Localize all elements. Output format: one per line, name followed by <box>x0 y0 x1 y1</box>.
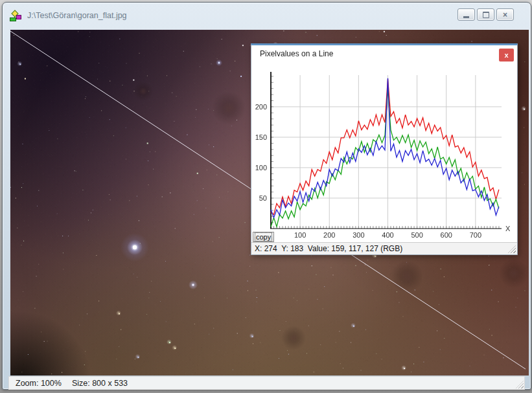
svg-text:400: 400 <box>382 231 393 239</box>
svg-text:X: X <box>505 225 511 232</box>
title-bar: J:\Test\Göran\goran_flat.jpg <box>3 3 531 28</box>
svg-text:50: 50 <box>259 194 267 202</box>
copy-button[interactable]: copy <box>253 232 274 242</box>
close-button[interactable]: × <box>496 8 514 21</box>
main-status-bar: Zoom: 100% Size: 800 x 533 <box>8 376 525 390</box>
close-icon: × <box>503 11 507 19</box>
svg-text:100: 100 <box>294 231 306 239</box>
dialog-title: Pixelvalues on a Line <box>251 45 517 62</box>
svg-text:200: 200 <box>323 231 335 239</box>
minimize-button[interactable] <box>457 8 475 21</box>
flowchart-app-icon <box>10 10 21 21</box>
maximize-button[interactable] <box>477 8 494 21</box>
svg-text:150: 150 <box>255 133 267 141</box>
pixel-values-dialog: Pixelvalues on a Line x 5010015020010020… <box>251 43 518 255</box>
dialog-status-bar: X: 274 Y: 183 Value: 159, 117, 127 (RGB) <box>251 242 517 254</box>
svg-text:600: 600 <box>441 231 452 239</box>
profile-chart-svg: 50100150200100200300400500600700X <box>251 64 517 244</box>
svg-text:500: 500 <box>411 231 422 239</box>
desktop-background: J:\Test\Göran\goran_flat.jpg × Zoom: 100… <box>0 0 532 393</box>
window-controls: × <box>457 8 514 21</box>
line-profile-chart: 50100150200100200300400500600700X <box>251 64 517 244</box>
window-title: J:\Test\Göran\goran_flat.jpg <box>27 11 127 20</box>
maximize-icon <box>483 12 489 18</box>
window-resize-grip[interactable] <box>516 381 524 388</box>
svg-text:700: 700 <box>470 231 481 239</box>
dialog-close-button[interactable]: x <box>499 49 514 62</box>
svg-text:100: 100 <box>255 164 267 172</box>
svg-text:300: 300 <box>353 231 364 239</box>
image-viewer-window: J:\Test\Göran\goran_flat.jpg × Zoom: 100… <box>2 2 531 390</box>
svg-text:200: 200 <box>255 103 267 111</box>
minimize-icon <box>463 16 469 18</box>
zoom-status: Zoom: 100% <box>16 379 62 388</box>
size-status: Size: 800 x 533 <box>72 379 128 388</box>
